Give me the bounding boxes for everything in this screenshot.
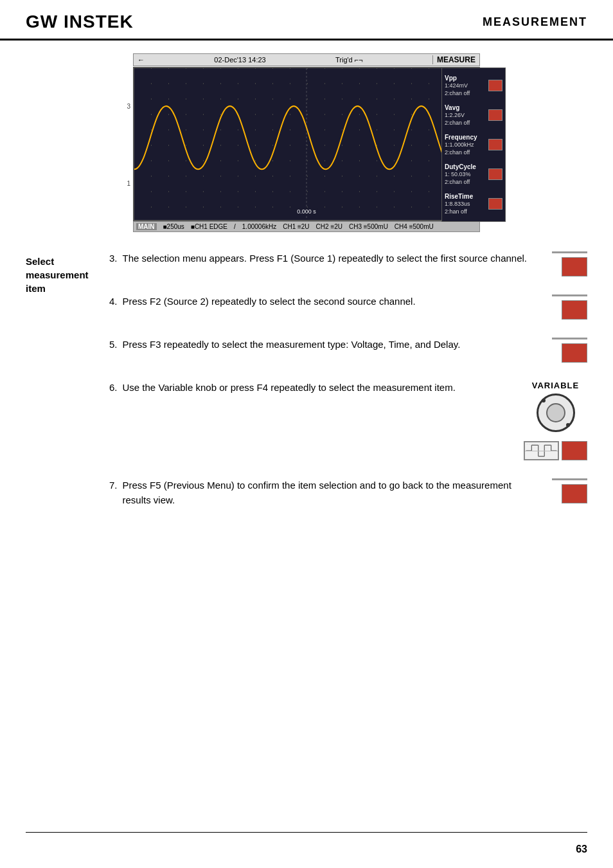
step-4-buttons <box>552 294 587 320</box>
step-3-number: 3. <box>109 253 118 264</box>
step-6: 6. Use the Variable knob or press F4 rep… <box>109 381 587 460</box>
f2-red-button[interactable] <box>562 300 587 320</box>
f3-key-line <box>552 338 587 339</box>
measure-duty: DutyCycle 1: 50.03% 2:chan off <box>445 163 502 186</box>
f1-red-button[interactable] <box>562 257 587 276</box>
step-5-number: 5. <box>109 339 118 350</box>
bottom-rule <box>26 832 587 833</box>
f1-key-line <box>552 251 587 253</box>
scope-container: ← 02-Dec'13 14:23 Trig'd ⌐¬ MEASURE 3 1 … <box>107 53 506 232</box>
page-header: GW INSTEK MEASUREMENT <box>0 0 613 41</box>
step-4-text: Press F2 (Source 2) repeatedly to select… <box>123 294 542 309</box>
company-logo: GW INSTEK <box>26 12 134 32</box>
scope-measure-label: MEASURE <box>432 55 475 64</box>
step-6-text: Use the Variable knob or press F4 repeat… <box>123 381 514 395</box>
f5-key-line <box>552 478 587 480</box>
time-value: 0.000 s <box>296 208 317 215</box>
variable-control-area: VARIABLE <box>524 381 587 460</box>
measure-freq: Frequency 1:1.000kHz 2:chan off <box>445 133 502 156</box>
measure-panel: Vpp 1:424mV 2:chan off Vavg 1:2.26V 2:ch… <box>441 68 506 222</box>
variable-knob[interactable] <box>537 393 575 432</box>
step-3-buttons <box>552 251 587 276</box>
scope-topbar: ← 02-Dec'13 14:23 Trig'd ⌐¬ MEASURE <box>133 53 480 66</box>
step-3: 3. The selection menu appears. Press F1 … <box>109 251 587 276</box>
scope-datetime: 02-Dec'13 14:23 <box>214 56 265 64</box>
vpp-btn[interactable] <box>488 80 502 91</box>
slash: / <box>234 223 236 230</box>
rise-btn[interactable] <box>488 198 502 210</box>
main-tag: MAIN <box>136 223 157 230</box>
instructions-section: Select measurement item 3. The selection… <box>26 251 587 525</box>
ch1-edge: ■CH1 EDGE <box>191 223 227 230</box>
vavg-btn[interactable] <box>488 109 502 121</box>
step-6-number: 6. <box>109 382 118 393</box>
variable-label: VARIABLE <box>532 381 579 390</box>
section-title: MEASUREMENT <box>483 15 587 29</box>
freq-btn[interactable] <box>488 139 502 150</box>
ch1-val: CH1 ≡2U <box>283 223 309 230</box>
ch3-val: CH3 ≡500mU <box>349 223 388 230</box>
step-5: 5. Press F3 repeatedly to select the mea… <box>109 338 587 363</box>
step-5-text: Press F3 repeatedly to select the measur… <box>123 338 542 352</box>
step-7: 7. Press F5 (Previous Menu) to confirm t… <box>109 478 587 507</box>
page-number: 63 <box>576 844 587 855</box>
freq-val: 1.00006kHz <box>242 223 276 230</box>
step-7-text: Press F5 (Previous Menu) to confirm the … <box>123 478 542 507</box>
step-4: 4. Press F2 (Source 2) repeatedly to sel… <box>109 294 587 320</box>
measure-vpp: Vpp 1:424mV 2:chan off <box>445 74 502 97</box>
trig-info: Trig'd ⌐¬ <box>335 56 363 64</box>
scope-bottombar: MAIN ■250us ■CH1 EDGE / 1.00006kHz CH1 ≡… <box>133 221 480 232</box>
knob-inner-circle <box>546 403 565 422</box>
measure-vavg: Vavg 1:2.26V 2:chan off <box>445 104 502 127</box>
steps-list: 3. The selection menu appears. Press F1 … <box>109 251 587 525</box>
section-label: Select measurement item <box>26 251 109 525</box>
knob-dot-top-left <box>542 399 546 402</box>
back-arrow: ← <box>138 56 145 64</box>
knob-dot-bottom-right <box>566 423 570 427</box>
f5-red-button[interactable] <box>562 484 587 503</box>
step-7-number: 7. <box>109 480 118 491</box>
ch4-val: CH4 ≡500mU <box>395 223 434 230</box>
f4-red-button[interactable] <box>562 441 587 460</box>
step-3-text: The selection menu appears. Press F1 (So… <box>123 251 542 266</box>
waveform-svg <box>134 68 479 220</box>
y-axis-labels: 3 1 <box>107 68 133 222</box>
waveform-icon <box>525 442 558 459</box>
ch2-val: CH2 ≡2U <box>316 223 342 230</box>
step-4-number: 4. <box>109 296 118 307</box>
scope-area: ← 02-Dec'13 14:23 Trig'd ⌐¬ MEASURE 3 1 … <box>26 53 587 232</box>
step-5-buttons <box>552 338 587 363</box>
scope-screen: 0.000 s <box>133 67 480 221</box>
main-content: ← 02-Dec'13 14:23 Trig'd ⌐¬ MEASURE 3 1 … <box>0 41 613 551</box>
f3-red-button[interactable] <box>562 343 587 363</box>
f4-waveform-button[interactable] <box>524 441 559 460</box>
f4-btn-container <box>524 441 587 460</box>
measure-rise: RiseTime 1:8.833us 2:han off <box>445 192 502 215</box>
y-label-1: 1 <box>127 180 130 187</box>
f2-key-line <box>552 294 587 296</box>
y-label-3: 3 <box>127 103 130 110</box>
timebase: ■250us <box>163 223 184 230</box>
duty-btn[interactable] <box>488 168 502 180</box>
step-7-buttons <box>552 478 587 503</box>
